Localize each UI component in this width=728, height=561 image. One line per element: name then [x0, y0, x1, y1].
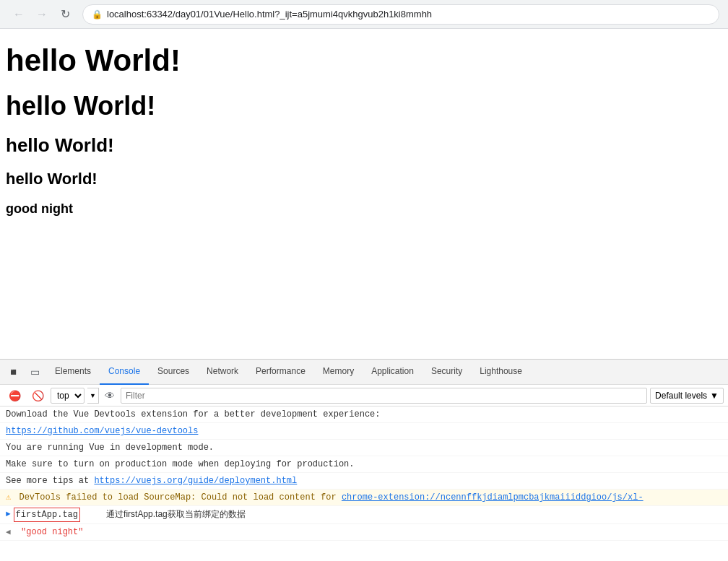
source-map-link[interactable]: chrome-extension://ncennffkjdiamlpmcbajk…	[342, 492, 644, 503]
heading-4: hello World!	[6, 170, 722, 188]
address-bar[interactable]: 🔒 localhost:63342/day01/01Vue/Hello.html…	[82, 4, 719, 25]
lock-icon: 🔒	[92, 9, 103, 19]
result-value: "good night"	[16, 527, 84, 537]
heading-3: hello World!	[6, 134, 722, 157]
refresh-icon: ↻	[61, 7, 70, 21]
refresh-button[interactable]: ↻	[55, 4, 75, 25]
devtools-tabs: Elements Console Sources Network Perform…	[46, 360, 725, 385]
filter-input[interactable]	[121, 388, 647, 404]
block-button[interactable]: 🚫	[27, 386, 48, 406]
page-content: hello World! hello World! hello World! h…	[0, 29, 728, 359]
nav-buttons: ← → ↻	[9, 4, 75, 25]
device-toolbar-button[interactable]: ▭	[25, 362, 45, 382]
tab-network[interactable]: Network	[198, 360, 247, 385]
heading-2: hello World!	[6, 91, 722, 121]
url-text: localhost:63342/day01/01Vue/Hello.html?_…	[107, 9, 432, 19]
heading-1: hello World!	[6, 43, 722, 78]
tab-lighthouse[interactable]: Lighthouse	[471, 360, 531, 385]
console-line: You are running Vue in development mode.	[0, 440, 728, 456]
forward-button[interactable]: →	[32, 4, 52, 25]
console-command-line: ► firstApp.tag 通过firstApp.tag获取当前绑定的数据	[0, 506, 728, 524]
tab-console[interactable]: Console	[100, 360, 149, 385]
eye-icon: 👁	[105, 390, 115, 401]
deployment-link[interactable]: https://vuejs.org/guide/deployment.html	[94, 476, 297, 486]
default-levels-arrow-icon: ▼	[710, 391, 719, 401]
warning-icon: ⚠	[6, 492, 11, 503]
default-levels-dropdown[interactable]: Default levels ▼	[650, 388, 724, 404]
good-night-text: good night	[6, 201, 722, 217]
console-line-link: https://github.com/vuejs/vue-devtools	[0, 423, 728, 440]
console-line: See more tips at https://vuejs.org/guide…	[0, 473, 728, 490]
dropdown-arrow-icon[interactable]: ▼	[87, 388, 99, 404]
tab-application[interactable]: Application	[363, 360, 422, 385]
inspect-element-button[interactable]: ◾	[3, 362, 23, 382]
tab-memory[interactable]: Memory	[314, 360, 363, 385]
console-line: Download the Vue Devtools extension for …	[0, 406, 728, 423]
comment-text: 通过firstApp.tag获取当前绑定的数据	[106, 509, 246, 519]
tab-elements[interactable]: Elements	[46, 360, 100, 385]
tab-sources[interactable]: Sources	[149, 360, 198, 385]
eye-button[interactable]: 👁	[102, 388, 118, 404]
console-warning-line: ⚠ DevTools failed to load SourceMap: Cou…	[0, 490, 728, 506]
back-icon: ←	[13, 8, 25, 21]
back-button[interactable]: ←	[9, 4, 29, 25]
arrow-right-icon: ►	[6, 508, 11, 521]
console-output: Download the Vue Devtools extension for …	[0, 406, 728, 561]
browser-toolbar: ← → ↻ 🔒 localhost:63342/day01/01Vue/Hell…	[0, 0, 728, 29]
console-result-line: ◀ "good night"	[0, 524, 728, 541]
code-snippet: firstApp.tag	[14, 508, 80, 522]
block-icon: 🚫	[32, 390, 44, 401]
devtools-toolbar: ◾ ▭ Elements Console Sources Network Per…	[0, 360, 728, 385]
tab-performance[interactable]: Performance	[247, 360, 314, 385]
clear-icon: ⛔	[9, 390, 21, 401]
console-line: Make sure to turn on production mode whe…	[0, 456, 728, 473]
default-levels-label: Default levels	[655, 391, 707, 401]
forward-icon: →	[36, 8, 48, 21]
inspect-icon: ◾	[7, 366, 20, 378]
context-selector[interactable]: top	[51, 388, 84, 404]
clear-console-button[interactable]: ⛔	[4, 386, 25, 406]
arrow-left-result-icon: ◀	[6, 528, 11, 536]
console-secondary-toolbar: ⛔ 🚫 top ▼ 👁 Default levels ▼	[0, 385, 728, 406]
tab-security[interactable]: Security	[422, 360, 471, 385]
device-icon: ▭	[30, 366, 40, 378]
vue-devtools-link[interactable]: https://github.com/vuejs/vue-devtools	[6, 426, 198, 436]
devtools-panel: ◾ ▭ Elements Console Sources Network Per…	[0, 359, 728, 561]
